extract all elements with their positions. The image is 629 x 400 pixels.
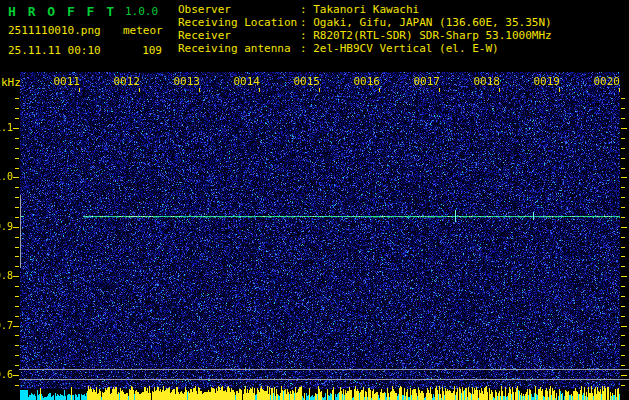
freq-tick-right: [621, 256, 625, 257]
freq-tick-right: [621, 197, 625, 198]
freq-tick: [15, 286, 19, 287]
freq-tick: [13, 227, 19, 228]
info-row-antenna: Receiving antenna: 2el-HB9CV Vertical (e…: [178, 42, 552, 55]
freq-tick-right: [621, 365, 625, 366]
level-line: [19, 369, 629, 370]
freq-tick-right: [621, 306, 625, 307]
time-label: 0012: [112, 76, 140, 87]
freq-tick: [15, 296, 19, 297]
observation-mode: meteor: [123, 24, 163, 37]
freq-tick: [13, 276, 19, 277]
freq-tick: [15, 217, 19, 218]
freq-tick-right: [621, 286, 625, 287]
time-tick: [79, 88, 80, 92]
freq-label: 0.7: [0, 320, 13, 332]
band-marker: [20, 195, 21, 268]
freq-tick-right: [621, 108, 625, 109]
freq-tick: [15, 266, 19, 267]
freq-tick-right: [621, 118, 625, 119]
time-label: 0011: [52, 76, 80, 87]
freq-tick: [13, 375, 19, 376]
app-version: 1.0.0: [125, 5, 158, 18]
freq-tick-right: [621, 177, 627, 178]
app-title: H R O F F T: [8, 4, 116, 19]
freq-tick-right: [621, 326, 627, 327]
freq-tick-right: [621, 355, 625, 356]
freq-tick-right: [621, 128, 627, 129]
station-info: Observer: Takanori Kawachi Receiving Loc…: [178, 3, 552, 55]
time-tick: [439, 88, 440, 92]
freq-tick-right: [621, 98, 625, 99]
info-separator: :: [300, 16, 313, 29]
freq-tick: [15, 335, 19, 336]
freq-tick: [15, 108, 19, 109]
hrofft-screen: H R O F F T 1.0.0 2511110010.png meteor …: [0, 0, 629, 400]
freq-tick-right: [621, 148, 625, 149]
time-tick: [499, 88, 500, 92]
time-tick: [379, 88, 380, 92]
freq-tick: [15, 187, 19, 188]
freq-tick-right: [621, 168, 625, 169]
echo-count: 109: [130, 44, 162, 57]
freq-tick: [13, 128, 19, 129]
output-filename: 2511110010.png: [8, 24, 101, 37]
freq-tick-right: [621, 247, 625, 248]
freq-label: 0.6: [0, 369, 13, 381]
freq-tick-right: [621, 158, 625, 159]
freq-tick: [15, 345, 19, 346]
info-row-observer: Observer: Takanori Kawachi: [178, 3, 552, 16]
time-label: 0013: [172, 76, 200, 87]
freq-tick-right: [621, 207, 625, 208]
observation-datetime: 25.11.11 00:10: [8, 44, 101, 57]
freq-tick: [15, 138, 19, 139]
freq-tick: [15, 207, 19, 208]
info-row-location: Receiving Location: Ogaki, Gifu, JAPAN (…: [178, 16, 552, 29]
freq-label: 1.1: [0, 122, 13, 134]
freq-tick-right: [621, 187, 625, 188]
freq-tick: [13, 326, 19, 327]
info-value: 2el-HB9CV Vertical (el. E-W): [313, 42, 498, 55]
freq-label: 0.9: [0, 221, 13, 233]
freq-tick: [15, 148, 19, 149]
freq-tick-right: [621, 316, 625, 317]
time-label: 0017: [412, 76, 440, 87]
info-separator: :: [300, 42, 313, 55]
freq-label: 1.0: [0, 171, 13, 183]
time-tick: [259, 88, 260, 92]
info-separator: :: [300, 3, 313, 16]
time-label: 0019: [532, 76, 560, 87]
time-label: 0014: [232, 76, 260, 87]
freq-tick: [15, 158, 19, 159]
freq-tick-right: [621, 227, 627, 228]
time-label: 0016: [352, 76, 380, 87]
freq-tick-right: [621, 276, 627, 277]
freq-tick: [15, 256, 19, 257]
freq-axis-unit: kHz: [1, 76, 21, 89]
time-tick: [199, 88, 200, 92]
info-label: Observer: [178, 3, 300, 16]
freq-tick-right: [621, 296, 625, 297]
info-value: Ogaki, Gifu, JAPAN (136.60E, 35.35N): [313, 16, 551, 29]
freq-tick-right: [621, 375, 627, 376]
freq-tick: [15, 247, 19, 248]
time-tick: [319, 88, 320, 92]
info-label: Receiver: [178, 29, 300, 42]
info-separator: :: [300, 29, 313, 42]
info-value: R820T2(RTL-SDR) SDR-Sharp 53.1000MHz: [313, 29, 551, 42]
freq-tick-right: [621, 217, 625, 218]
time-tick: [559, 88, 560, 92]
freq-tick-right: [621, 266, 625, 267]
freq-tick: [13, 177, 19, 178]
freq-tick-right: [621, 385, 625, 386]
freq-tick: [15, 98, 19, 99]
time-tick: [139, 88, 140, 92]
freq-tick: [15, 355, 19, 356]
time-label: 0018: [472, 76, 500, 87]
freq-tick: [15, 237, 19, 238]
info-label: Receiving antenna: [178, 42, 300, 55]
info-row-receiver: Receiver: R820T2(RTL-SDR) SDR-Sharp 53.1…: [178, 29, 552, 42]
freq-tick: [15, 365, 19, 366]
freq-tick-right: [621, 138, 625, 139]
info-value: Takanori Kawachi: [313, 3, 419, 16]
freq-tick-right: [621, 237, 625, 238]
